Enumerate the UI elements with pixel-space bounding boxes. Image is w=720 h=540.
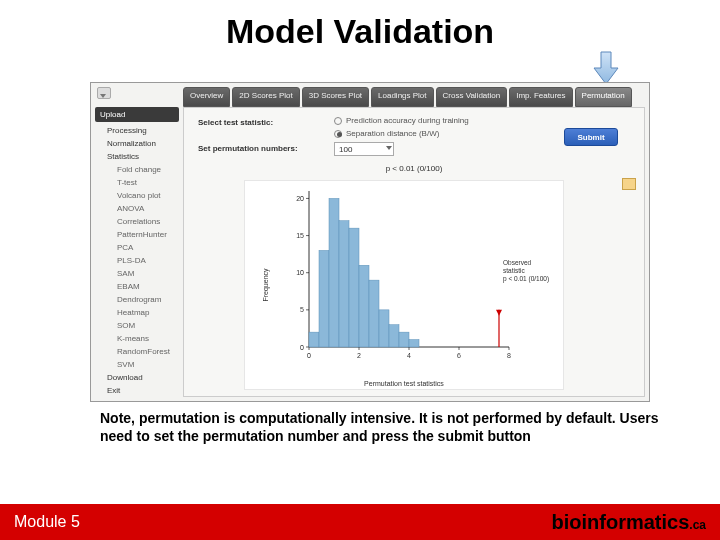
sidebar-item[interactable]: Correlations [103,215,179,228]
y-axis-label: Frequency [262,268,269,301]
svg-rect-26 [349,228,359,347]
perm-number-input[interactable]: 100 [334,142,394,156]
svg-rect-31 [399,332,409,347]
main-panel: Overview 2D Scores Plot 3D Scores Plot L… [183,87,645,397]
svg-text:20: 20 [296,195,304,202]
svg-marker-34 [496,310,502,316]
svg-text:8: 8 [507,352,511,359]
sidebar-item[interactable]: T-test [103,176,179,189]
sidebar-item[interactable]: SAM [103,267,179,280]
sidebar: Upload Processing Normalization Statisti… [95,105,179,399]
svg-rect-24 [329,198,339,347]
sidebar-item[interactable]: EBAM [103,280,179,293]
svg-text:0: 0 [300,344,304,351]
permutation-chart: Frequency 0510152002468Observedstatistic… [244,180,564,390]
radio-separation-distance[interactable]: Separation distance (B/W) [334,127,469,140]
sidebar-item-exit[interactable]: Exit [103,384,179,397]
sidebar-item[interactable]: PCA [103,241,179,254]
sidebar-item-download[interactable]: Download [103,371,179,384]
tab-2d-scores[interactable]: 2D Scores Plot [232,87,299,107]
x-axis-label: Permutation test statistics [245,380,563,387]
sidebar-item[interactable]: ANOVA [103,202,179,215]
footer: Module 5 bioinformatics.ca [0,504,720,540]
svg-rect-28 [369,280,379,347]
radio-icon [334,130,342,138]
svg-text:p < 0.01 (0/100): p < 0.01 (0/100) [503,275,549,283]
module-label: Module 5 [14,513,80,531]
sidebar-group-normalization[interactable]: Normalization [103,137,179,150]
sidebar-item[interactable]: PatternHunter [103,228,179,241]
sidebar-item[interactable]: RandomForest [103,345,179,358]
svg-rect-29 [379,310,389,347]
slide-note: Note, permutation is computationally int… [100,410,660,445]
svg-rect-32 [409,340,419,347]
sidebar-item[interactable]: Volcano plot [103,189,179,202]
submit-button[interactable]: Submit [564,128,618,146]
svg-text:5: 5 [300,306,304,313]
sidebar-item[interactable]: PLS-DA [103,254,179,267]
svg-text:6: 6 [457,352,461,359]
tab-3d-scores[interactable]: 3D Scores Plot [302,87,369,107]
svg-rect-27 [359,265,369,347]
svg-rect-25 [339,221,349,347]
home-icon[interactable] [97,87,111,99]
svg-rect-30 [389,325,399,347]
sidebar-item[interactable]: SOM [103,319,179,332]
sidebar-item[interactable]: K-means [103,332,179,345]
image-thumbnail-icon[interactable] [622,178,636,190]
svg-rect-23 [319,250,329,347]
p-value-text: p < 0.01 (0/100) [184,164,644,173]
radio-label: Separation distance (B/W) [346,129,439,138]
tab-bar: Overview 2D Scores Plot 3D Scores Plot L… [183,87,645,107]
stat-radio-group: Prediction accuracy during training Sepa… [334,114,469,140]
sidebar-group-upload[interactable]: Upload [95,107,179,122]
app-screenshot: Upload Processing Normalization Statisti… [90,82,650,402]
chevron-down-icon[interactable] [386,146,392,150]
brand-tld: .ca [689,518,706,532]
tab-permutation[interactable]: Permutation [575,87,632,107]
brand-name: bioinformatics [552,511,690,533]
svg-text:Observed: Observed [503,259,532,266]
tab-loadings[interactable]: Loadings Plot [371,87,433,107]
svg-text:10: 10 [296,269,304,276]
stat-label: Select test statistic: [198,118,273,127]
sidebar-item[interactable]: SVM [103,358,179,371]
tab-panel: Select test statistic: Prediction accura… [183,107,645,397]
sidebar-item[interactable]: Heatmap [103,306,179,319]
radio-icon [334,117,342,125]
sidebar-item[interactable]: Fold change [103,163,179,176]
sidebar-group-statistics[interactable]: Statistics [103,150,179,163]
svg-text:statistic: statistic [503,267,525,274]
radio-prediction-accuracy[interactable]: Prediction accuracy during training [334,114,469,127]
perm-label: Set permutation numbers: [198,144,298,153]
svg-rect-22 [309,332,319,347]
chart-svg: 0510152002468Observedstatisticp < 0.01 (… [285,187,555,367]
svg-text:2: 2 [357,352,361,359]
brand: bioinformatics.ca [552,511,706,534]
page-title: Model Validation [0,0,720,51]
svg-text:15: 15 [296,232,304,239]
sidebar-item[interactable]: Dendrogram [103,293,179,306]
svg-text:0: 0 [307,352,311,359]
tab-overview[interactable]: Overview [183,87,230,107]
tab-imp-features[interactable]: Imp. Features [509,87,572,107]
radio-label: Prediction accuracy during training [346,116,469,125]
tab-cross-validation[interactable]: Cross Validation [436,87,508,107]
svg-text:4: 4 [407,352,411,359]
sidebar-group-processing[interactable]: Processing [103,124,179,137]
